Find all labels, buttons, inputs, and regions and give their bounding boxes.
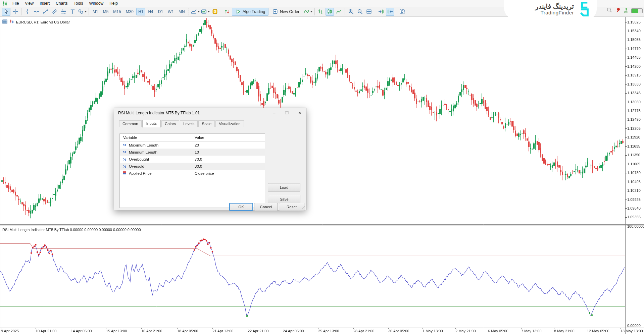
- symbol-list-icon[interactable]: [2, 19, 8, 25]
- timeframe-h1[interactable]: H1: [136, 8, 145, 15]
- menu-item-insert[interactable]: Insert: [37, 0, 53, 6]
- timeframe-m30[interactable]: M30: [124, 8, 136, 15]
- auto-scroll-button[interactable]: [386, 8, 394, 16]
- load-button[interactable]: Load: [268, 183, 300, 191]
- shift-end-button[interactable]: [377, 8, 385, 16]
- parameter-value[interactable]: 30.0: [192, 164, 202, 168]
- integer-parameter-icon: 01: [122, 150, 127, 154]
- menu-item-view[interactable]: View: [22, 0, 37, 6]
- time-axis-label: 2 May 21:00: [455, 329, 476, 333]
- menu-item-help[interactable]: Help: [106, 0, 121, 6]
- vertical-line-tool[interactable]: [23, 8, 32, 16]
- dialog-close-icon[interactable]: ✕: [293, 108, 306, 118]
- parameter-row[interactable]: ½Oversold30.0: [120, 163, 265, 170]
- cursor-icon: [3, 9, 9, 14]
- dialog-maximize-icon[interactable]: ❐: [281, 108, 293, 118]
- candles-view-button[interactable]: [326, 8, 334, 16]
- shapes-tool[interactable]: [78, 8, 87, 16]
- time-axis-label: 22 Apr 21:00: [248, 329, 268, 333]
- toolbar-label: M15: [113, 9, 121, 14]
- ok-button[interactable]: OK: [229, 203, 253, 211]
- toolbar-separator: [396, 8, 396, 15]
- cancel-button[interactable]: Cancel: [254, 203, 278, 211]
- menu-item-tools[interactable]: Tools: [71, 0, 86, 6]
- menu-item-charts[interactable]: Charts: [53, 0, 70, 6]
- horizontal-line-tool[interactable]: [32, 8, 41, 16]
- bar-chart-type-icon: [318, 9, 324, 14]
- strategy-tester-button[interactable]: [303, 8, 313, 16]
- parameter-row[interactable]: 01Maximum Length20: [120, 142, 265, 149]
- algo-trading-button[interactable]: Algo Trading: [232, 8, 268, 16]
- time-axis-label: 6 May 05:00: [488, 329, 508, 333]
- timeframe-w1[interactable]: W1: [166, 8, 176, 15]
- price-axis-label: 1.09640: [627, 206, 641, 210]
- parameter-value[interactable]: 20: [192, 143, 199, 147]
- screenshot-icon: [399, 9, 405, 14]
- toolbar-label: M30: [126, 9, 134, 14]
- new-chart-button[interactable]: [191, 8, 200, 16]
- cursor-tool[interactable]: [2, 8, 10, 16]
- timeframe-mn[interactable]: MN: [177, 8, 187, 15]
- dialog-minimize-icon[interactable]: –: [268, 108, 281, 118]
- dialog-title-bar[interactable]: RSI Multi Length Indicator MT5 By TFlab …: [114, 108, 306, 118]
- toolbar-label: H1: [138, 9, 143, 14]
- price-axis-label: 1.10495: [627, 180, 641, 184]
- reset-button[interactable]: Reset: [279, 203, 304, 211]
- line-view-button[interactable]: [335, 8, 343, 16]
- tab-scale[interactable]: Scale: [198, 120, 215, 127]
- parameter-name: Maximum Length: [129, 143, 158, 147]
- parameter-value[interactable]: Close price: [192, 171, 214, 175]
- table-header-row: Variable Value: [120, 134, 265, 142]
- zoom-out-button[interactable]: [356, 8, 364, 16]
- fibonacci-tool[interactable]: [59, 8, 68, 16]
- timeframe-h4[interactable]: H4: [146, 8, 155, 15]
- tab-inputs[interactable]: Inputs: [142, 120, 161, 127]
- screenshot-button[interactable]: [398, 8, 406, 16]
- notification-icon[interactable]: [615, 7, 621, 14]
- zoom-in-button[interactable]: [347, 8, 355, 16]
- text-tool[interactable]: [68, 8, 77, 16]
- auto-scroll-icon: [387, 9, 393, 14]
- parameter-name: Oversold: [129, 164, 144, 168]
- top-right-icons: ⬆LVL: [606, 7, 643, 14]
- watermark-persian-text: تریدینگ فایندر: [535, 3, 574, 10]
- crosshair-tool[interactable]: [11, 8, 19, 16]
- tab-visualization[interactable]: Visualization: [215, 120, 244, 127]
- dialog-resize-grip[interactable]: ⋰: [302, 206, 305, 209]
- mini-chart-icon[interactable]: [9, 19, 15, 25]
- price-axis-label: 1.15340: [627, 29, 641, 33]
- parameter-value[interactable]: 10: [192, 150, 199, 154]
- menu-item-window[interactable]: Window: [86, 0, 107, 6]
- indicators-button[interactable]: [201, 8, 210, 16]
- tab-common[interactable]: Common: [119, 120, 142, 127]
- channel-tool[interactable]: [50, 8, 59, 16]
- search-icon[interactable]: [606, 7, 612, 14]
- tab-colors[interactable]: Colors: [161, 120, 179, 127]
- time-axis-label: 10 Apr 21:00: [36, 329, 56, 333]
- price-axis-label: 1.12775: [627, 109, 641, 113]
- timeframe-m1[interactable]: M1: [91, 8, 100, 15]
- tile-windows-button[interactable]: [365, 8, 373, 16]
- price-chart-canvas[interactable]: [0, 17, 644, 334]
- new-order-icon: [273, 9, 278, 14]
- parameter-value[interactable]: 70.0: [192, 157, 202, 161]
- market-depth-button[interactable]: [223, 8, 231, 16]
- price-axis-label: 1.09355: [627, 215, 641, 219]
- price-axis-label: 1.11065: [627, 162, 640, 166]
- price-axis-label: 1.13345: [627, 91, 641, 95]
- save-button[interactable]: Save: [268, 195, 300, 203]
- new-order-button[interactable]: New Order: [269, 8, 303, 16]
- symbols-button[interactable]: $: [211, 8, 219, 16]
- time-axis-label: 18 Apr 05:00: [177, 329, 198, 333]
- timeframe-m15[interactable]: M15: [111, 8, 123, 15]
- timeframe-d1[interactable]: D1: [156, 8, 165, 15]
- parameter-row[interactable]: ½Overbought70.0: [120, 156, 265, 163]
- timeframe-m5[interactable]: M5: [101, 8, 111, 15]
- parameters-table: Variable Value 01Maximum Length2001Minim…: [119, 133, 265, 208]
- parameter-row[interactable]: Applied PriceClose price: [120, 170, 265, 177]
- tab-levels[interactable]: Levels: [180, 120, 198, 127]
- bars-view-button[interactable]: [316, 8, 325, 16]
- trendline-tool[interactable]: [41, 8, 50, 16]
- parameter-row[interactable]: 01Minimum Length10: [120, 149, 265, 156]
- menu-item-file[interactable]: File: [9, 0, 22, 6]
